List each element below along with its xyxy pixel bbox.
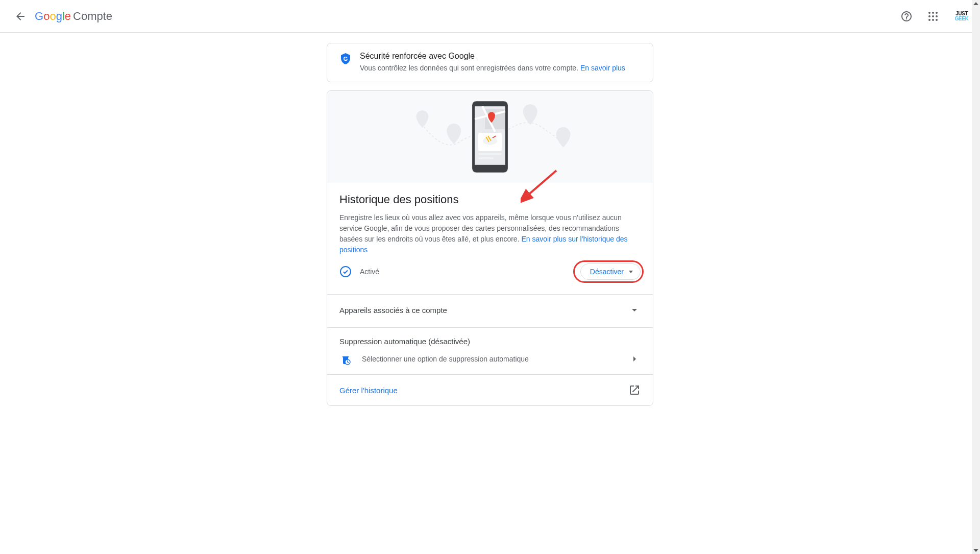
card-description: Enregistre les lieux où vous allez avec … [339, 212, 641, 255]
security-banner-card: G Sécurité renforcée avec Google Vous co… [327, 43, 653, 82]
shield-icon: G [339, 53, 352, 65]
svg-rect-16 [478, 153, 502, 155]
learn-more-link[interactable]: En savoir plus [580, 64, 625, 72]
deactivate-button[interactable]: Désactiver [580, 263, 641, 280]
svg-text:G: G [344, 56, 348, 62]
arrow-left-icon [14, 10, 27, 22]
svg-point-0 [928, 12, 930, 14]
hero-illustration [327, 91, 653, 183]
manage-history-label: Gérer l'historique [339, 386, 628, 395]
svg-point-6 [928, 19, 930, 21]
chevron-down-icon [628, 304, 641, 316]
check-circle-icon [339, 266, 352, 278]
security-banner-title: Sécurité renforcée avec Google [360, 52, 625, 61]
deactivate-label: Désactiver [590, 268, 624, 276]
location-history-card: Historique des positions Enregistre les … [327, 90, 653, 406]
help-button[interactable] [894, 4, 919, 29]
devices-row[interactable]: Appareils associés à ce compte [327, 295, 653, 325]
logo-suffix: Compte [73, 10, 112, 23]
svg-point-18 [340, 267, 351, 277]
svg-point-3 [928, 15, 930, 17]
apps-grid-icon [927, 10, 939, 22]
svg-point-2 [936, 12, 938, 14]
security-banner-desc: Vous contrôlez les données qui sont enre… [360, 63, 625, 74]
account-avatar[interactable]: JUST GEEK [951, 6, 972, 27]
google-logo[interactable]: Google Compte [35, 10, 112, 23]
apps-button[interactable] [921, 4, 945, 29]
avatar-line1: JUST [955, 11, 968, 16]
card-title: Historique des positions [339, 193, 641, 206]
help-icon [900, 10, 913, 22]
open-external-icon [628, 384, 641, 396]
google-wordmark: Google [35, 10, 71, 23]
scroll-up-icon [973, 2, 978, 5]
svg-point-4 [932, 15, 934, 17]
svg-point-7 [932, 19, 934, 21]
devices-label: Appareils associés à ce compte [339, 306, 628, 315]
svg-point-8 [936, 19, 938, 21]
scrollbar[interactable] [972, 0, 980, 554]
auto-delete-option-label: Sélectionner une option de suppression a… [362, 355, 628, 363]
auto-delete-title: Suppression automatique (désactivée) [339, 337, 641, 346]
manage-history-row[interactable]: Gérer l'historique [327, 374, 653, 405]
scroll-down-icon [973, 549, 978, 552]
auto-delete-icon [339, 353, 352, 365]
back-button[interactable] [8, 4, 33, 29]
svg-point-5 [936, 15, 938, 17]
svg-point-15 [483, 137, 497, 145]
app-header: Google Compte JUST GEEK [0, 0, 980, 33]
svg-point-1 [932, 12, 934, 14]
avatar-line2: GEEK [955, 16, 968, 21]
dropdown-triangle-icon [629, 271, 633, 273]
svg-rect-17 [478, 157, 494, 159]
status-label: Activé [360, 268, 580, 276]
chevron-right-icon [628, 353, 641, 365]
auto-delete-row[interactable]: Sélectionner une option de suppression a… [339, 353, 641, 374]
